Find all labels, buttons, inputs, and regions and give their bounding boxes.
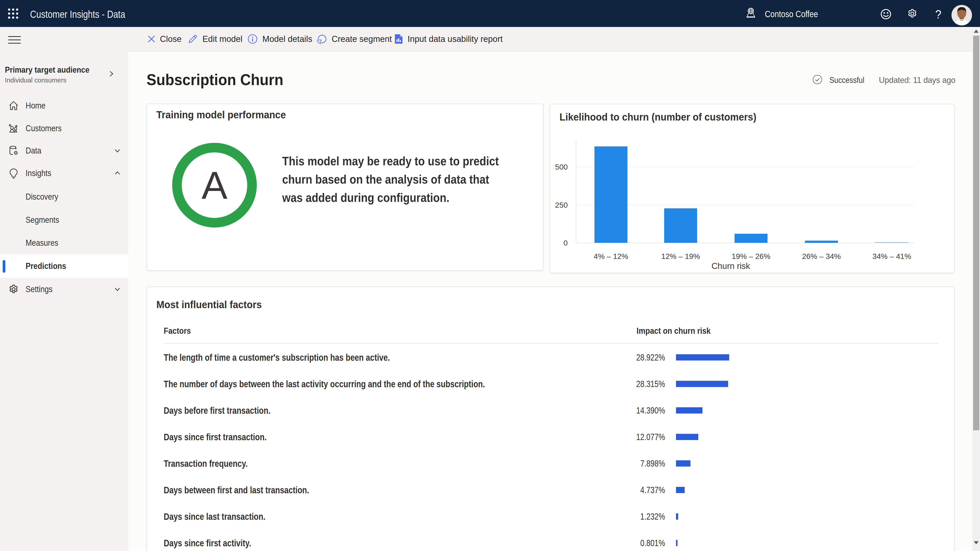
svg-text:500: 500 <box>555 162 568 171</box>
svg-text:12% – 19%: 12% – 19% <box>661 252 700 260</box>
svg-text:34% – 41%: 34% – 41% <box>872 252 911 260</box>
svg-text:26% – 34%: 26% – 34% <box>802 252 841 260</box>
svg-text:4% – 12%: 4% – 12% <box>594 252 628 260</box>
svg-text:19% – 26%: 19% – 26% <box>732 252 770 260</box>
svg-text:Churn risk: Churn risk <box>711 261 750 271</box>
svg-text:250: 250 <box>555 201 568 209</box>
svg-text:0: 0 <box>563 239 568 247</box>
